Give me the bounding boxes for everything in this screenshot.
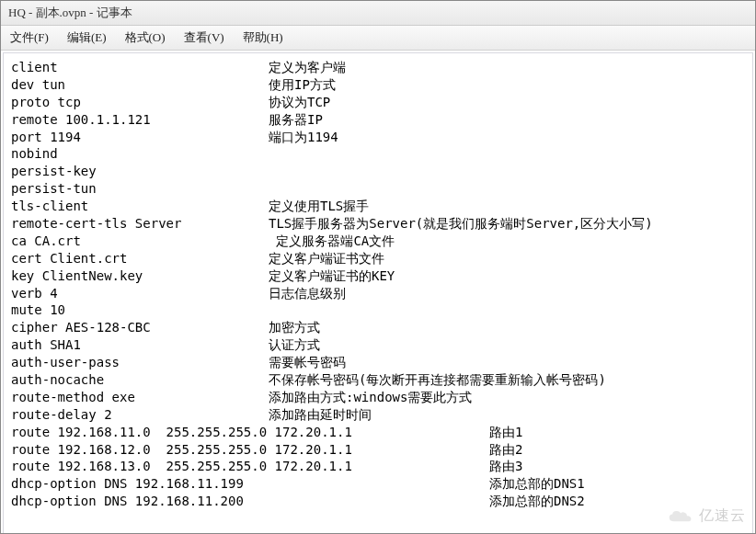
config-line: cipher AES-128-CBC加密方式: [11, 319, 745, 336]
config-key: cipher AES-128-CBC: [11, 319, 269, 336]
menu-edit[interactable]: 编辑(E): [62, 28, 112, 48]
config-key: client: [11, 59, 269, 76]
config-description: 添加路由延时时间: [269, 406, 372, 424]
config-key: key ClientNew.key: [11, 267, 269, 285]
config-description: 端口为1194: [269, 129, 338, 146]
config-key: auth SHA1: [11, 336, 269, 354]
route-description: 路由3: [489, 458, 522, 475]
config-line: dev tun使用IP方式: [11, 76, 745, 94]
config-description: 需要帐号密码: [269, 354, 346, 371]
config-description: 定义为客户端: [269, 59, 346, 76]
config-description: TLS握手服务器为Server(就是我们服务端时Server,区分大小写): [269, 215, 653, 233]
config-key: proto tcp: [11, 94, 269, 111]
config-key: auth-user-pass: [11, 354, 269, 371]
route-description: 路由1: [489, 424, 522, 441]
config-key: ca CA.crt: [11, 233, 269, 250]
config-line: persist-tun: [11, 180, 745, 198]
config-description: 加密方式: [269, 319, 320, 336]
route-line: dhcp-option DNS 192.168.11.199添加总部的DNS1: [11, 475, 745, 493]
config-key: nobind: [11, 145, 269, 163]
config-description: 定义客户端证书文件: [269, 250, 384, 267]
config-line: route-delay 2添加路由延时时间: [11, 406, 745, 424]
window-title: HQ - 副本.ovpn - 记事本: [8, 6, 132, 19]
config-description: 添加路由方式:windows需要此方式: [269, 389, 472, 406]
config-line: nobind: [11, 145, 745, 163]
config-line: auth-nocache不保存帐号密码(每次断开再连接都需要重新输入帐号密码): [11, 371, 745, 389]
menubar: 文件(F) 编辑(E) 格式(O) 查看(V) 帮助(H): [1, 26, 755, 51]
menu-view[interactable]: 查看(V): [178, 28, 230, 48]
config-description: 认证方式: [269, 336, 320, 354]
config-line: mute 10: [11, 301, 745, 319]
config-key: route-method exe: [11, 389, 269, 406]
config-key: remote 100.1.1.121: [11, 111, 269, 129]
config-line: tls-client定义使用TLS握手: [11, 198, 745, 215]
config-line: remote-cert-tls ServerTLS握手服务器为Server(就是…: [11, 215, 745, 233]
config-key: remote-cert-tls Server: [11, 215, 269, 233]
config-key: cert Client.crt: [11, 250, 269, 267]
route-line: dhcp-option DNS 192.168.11.200添加总部的DNS2: [11, 493, 745, 510]
config-line: verb 4日志信息级别: [11, 285, 745, 302]
config-key: persist-tun: [11, 180, 269, 198]
config-description: 定义客户端证书的KEY: [269, 267, 395, 285]
config-key: persist-key: [11, 163, 269, 180]
config-line: proto tcp协议为TCP: [11, 94, 745, 111]
config-key: auth-nocache: [11, 371, 269, 389]
window-titlebar: HQ - 副本.ovpn - 记事本: [1, 1, 755, 26]
route-line: route 192.168.11.0 255.255.255.0 172.20.…: [11, 424, 745, 441]
config-description: 使用IP方式: [269, 76, 336, 94]
config-line: auth-user-pass需要帐号密码: [11, 354, 745, 371]
config-description: 不保存帐号密码(每次断开再连接都需要重新输入帐号密码): [269, 371, 606, 389]
route-line: route 192.168.13.0 255.255.255.0 172.20.…: [11, 458, 745, 475]
config-key: mute 10: [11, 301, 269, 319]
text-editor-content[interactable]: client定义为客户端dev tun使用IP方式proto tcp协议为TCP…: [3, 52, 753, 534]
route-config: dhcp-option DNS 192.168.11.200: [11, 493, 489, 510]
route-description: 路由2: [489, 441, 522, 459]
config-key: dev tun: [11, 76, 269, 94]
menu-help[interactable]: 帮助(H): [237, 28, 289, 48]
route-config: dhcp-option DNS 192.168.11.199: [11, 475, 489, 493]
route-description: 添加总部的DNS1: [489, 475, 585, 493]
config-description: 协议为TCP: [269, 94, 330, 111]
config-line: remote 100.1.1.121服务器IP: [11, 111, 745, 129]
config-description: 定义服务器端CA文件: [269, 233, 395, 250]
config-line: key ClientNew.key定义客户端证书的KEY: [11, 267, 745, 285]
route-description: 添加总部的DNS2: [489, 493, 585, 510]
route-config: route 192.168.11.0 255.255.255.0 172.20.…: [11, 424, 489, 441]
config-line: port 1194端口为1194: [11, 129, 745, 146]
route-config: route 192.168.12.0 255.255.255.0 172.20.…: [11, 441, 489, 459]
config-line: auth SHA1认证方式: [11, 336, 745, 354]
config-line: route-method exe添加路由方式:windows需要此方式: [11, 389, 745, 406]
config-key: tls-client: [11, 198, 269, 215]
config-key: verb 4: [11, 285, 269, 302]
menu-file[interactable]: 文件(F): [5, 28, 54, 48]
config-description: 定义使用TLS握手: [269, 198, 369, 215]
config-line: cert Client.crt定义客户端证书文件: [11, 250, 745, 267]
menu-format[interactable]: 格式(O): [120, 28, 171, 48]
config-key: route-delay 2: [11, 406, 269, 424]
config-key: port 1194: [11, 129, 269, 146]
config-description: 服务器IP: [269, 111, 323, 129]
config-line: persist-key: [11, 163, 745, 180]
route-config: route 192.168.13.0 255.255.255.0 172.20.…: [11, 458, 489, 475]
config-line: client定义为客户端: [11, 59, 745, 76]
config-line: ca CA.crt 定义服务器端CA文件: [11, 233, 745, 250]
route-line: route 192.168.12.0 255.255.255.0 172.20.…: [11, 441, 745, 459]
config-description: 日志信息级别: [269, 285, 346, 302]
